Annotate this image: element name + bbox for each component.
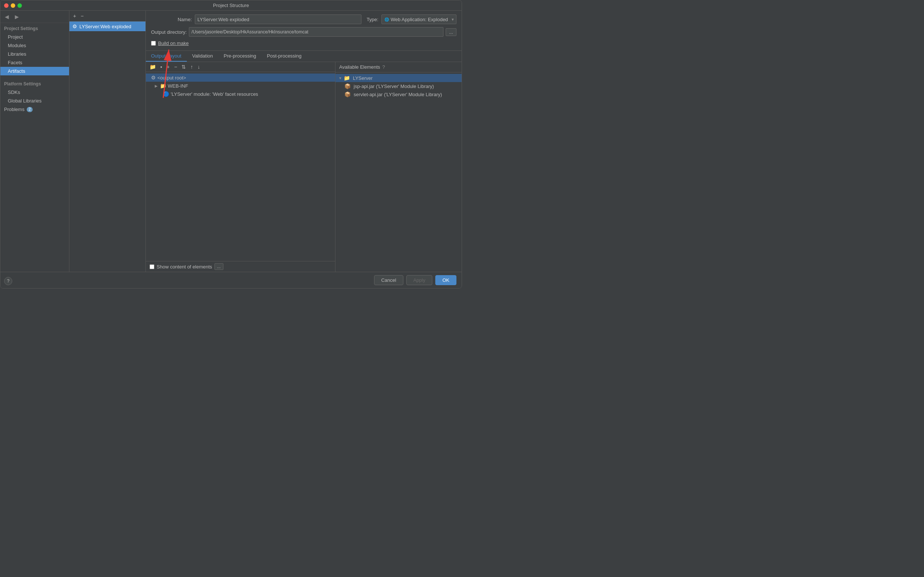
build-on-make-row: Build on make [151, 40, 456, 47]
available-help-icon[interactable]: ? [382, 64, 385, 70]
name-type-row: Name: Type: 🌐 Web Application: Exploded … [151, 15, 456, 24]
sidebar-item-project[interactable]: Project [0, 33, 69, 41]
problems-label: Problems [4, 106, 24, 112]
right-available: Available Elements ? ▼ 📁 LYServer 📦 [336, 62, 462, 272]
avail-node-servlet-api[interactable]: 📦 servlet-api.jar ('LYServer' Module Lib… [336, 90, 462, 98]
type-dropdown-icon: ▼ [451, 18, 455, 21]
type-label: Type: [366, 17, 379, 22]
show-content-checkbox[interactable] [149, 264, 154, 269]
sidebar-item-facets[interactable]: Facets [0, 58, 69, 67]
dialog-footer: ? Cancel Apply OK [0, 272, 462, 288]
minimize-button[interactable] [11, 3, 15, 8]
window-controls [4, 3, 22, 8]
tree-sort-btn[interactable]: ⇅ [180, 63, 187, 71]
help-button[interactable]: ? [4, 277, 12, 285]
tree-down-btn[interactable]: ↓ [196, 63, 201, 71]
output-dir-row: Output directory: ... [151, 27, 456, 37]
name-section: Name: [151, 15, 362, 24]
sidebar-item-libraries[interactable]: Libraries [0, 50, 69, 58]
output-root-label: <output root> [157, 75, 186, 81]
tab-pre-processing[interactable]: Pre-processing [219, 51, 262, 62]
build-on-make-label: Build on make [158, 40, 188, 46]
close-button[interactable] [4, 3, 8, 8]
tree-node-module-resources[interactable]: 🔵 'LYServer' module: 'Web' facet resourc… [146, 90, 335, 98]
sidebar-item-artifacts[interactable]: Artifacts [0, 67, 69, 76]
sidebar-item-modules[interactable]: Modules [0, 41, 69, 50]
output-dir-input[interactable] [189, 27, 444, 37]
tree-node-web-inf[interactable]: ▶ 📁 WEB-INF [146, 82, 335, 90]
tabs-row: Output Layout Validation Pre-processing … [146, 51, 462, 62]
output-dir-label: Output directory: [151, 29, 186, 35]
servlet-api-label: servlet-api.jar ('LYServer' Module Libra… [354, 92, 442, 97]
tree-content: ⚙ <output root> ▶ 📁 WEB-INF 🔵 [146, 72, 335, 261]
tab-output-layout[interactable]: Output Layout [146, 51, 187, 62]
bottom-ellipsis-btn[interactable]: ... [214, 263, 223, 270]
sidebar-item-problems[interactable]: Problems 2 [0, 105, 69, 114]
artifact-list-toolbar: + − [69, 11, 145, 21]
artifact-item-icon: ⚙ [72, 23, 77, 29]
type-section: Type: 🌐 Web Application: Exploded ▼ [366, 15, 456, 24]
main-content: ◀ ▶ Project Settings Project Modules Lib… [0, 11, 462, 272]
name-label: Name: [151, 17, 192, 22]
problems-badge: 2 [27, 107, 33, 112]
detail-panel: Name: Type: 🌐 Web Application: Exploded … [146, 11, 462, 272]
content-row: + − ⚙ LYServer:Web exploded Name: [69, 11, 462, 272]
servlet-api-icon: 📦 [344, 91, 351, 97]
web-inf-icon: 📁 [160, 83, 166, 89]
detail-top: Name: Type: 🌐 Web Application: Exploded … [146, 11, 462, 51]
avail-node-lyserver[interactable]: ▼ 📁 LYServer [336, 74, 462, 82]
browse-button[interactable]: ... [446, 28, 456, 36]
tab-validation[interactable]: Validation [187, 51, 219, 62]
available-header: Available Elements ? [336, 62, 462, 73]
jsp-api-icon: 📦 [344, 83, 351, 89]
build-on-make-checkbox[interactable] [151, 41, 156, 46]
tree-area: 📁 ▪ + − ⇅ ↑ ↓ ⚙ <output r [146, 62, 462, 272]
sidebar-item-sdks[interactable]: SDKs [0, 88, 69, 97]
tree-add-folder-btn[interactable]: 📁 [148, 63, 157, 71]
avail-node-jsp-api[interactable]: 📦 jsp-api.jar ('LYServer' Module Library… [336, 82, 462, 90]
nav-back-icon[interactable]: ◀ [3, 13, 10, 21]
lyserver-label: LYServer [353, 76, 373, 81]
nav-arrows: ◀ ▶ [0, 11, 69, 23]
name-input[interactable] [195, 15, 362, 24]
nav-forward-icon[interactable]: ▶ [13, 13, 21, 21]
bottom-bar: Show content of elements ... [146, 261, 335, 272]
lyserver-folder-icon: 📁 [344, 75, 350, 81]
tree-toolbar: 📁 ▪ + − ⇅ ↑ ↓ [146, 62, 335, 72]
remove-artifact-button[interactable]: − [79, 12, 85, 20]
available-title: Available Elements [339, 64, 380, 70]
window-title: Project Structure [213, 3, 249, 8]
jsp-api-label: jsp-api.jar ('LYServer' Module Library) [354, 84, 434, 89]
artifact-item[interactable]: ⚙ LYServer:Web exploded [69, 21, 145, 31]
show-content-label: Show content of elements [157, 264, 212, 269]
module-resources-icon: 🔵 [163, 91, 169, 97]
maximize-button[interactable] [18, 3, 22, 8]
artifact-list-panel: + − ⚙ LYServer:Web exploded [69, 11, 146, 272]
output-root-icon: ⚙ [151, 75, 156, 81]
webapp-icon: 🌐 [384, 17, 389, 22]
tree-up-btn[interactable]: ↑ [189, 63, 194, 71]
ok-button[interactable]: OK [435, 275, 456, 285]
type-value: Web Application: Exploded [391, 17, 448, 22]
available-content: ▼ 📁 LYServer 📦 jsp-api.jar ('LYServer' M… [336, 73, 462, 272]
platform-settings-label: Platform Settings [0, 78, 69, 88]
lyserver-expand-icon: ▼ [338, 76, 342, 80]
tree-add-jar-btn[interactable]: ▪ [159, 63, 164, 71]
project-structure-window: Project Structure ◀ ▶ Project Settings P… [0, 0, 462, 288]
apply-button[interactable]: Apply [407, 275, 433, 285]
title-bar: Project Structure [0, 0, 462, 11]
bottom-left-help: ? [4, 277, 12, 285]
add-artifact-button[interactable]: + [72, 12, 77, 20]
sidebar-item-global-libraries[interactable]: Global Libraries [0, 97, 69, 105]
type-select[interactable]: 🌐 Web Application: Exploded ▼ [381, 15, 456, 24]
tree-node-output-root[interactable]: ⚙ <output root> [146, 74, 335, 82]
project-settings-label: Project Settings [0, 23, 69, 33]
tree-add-btn[interactable]: + [165, 63, 171, 71]
web-inf-expand-icon: ▶ [155, 84, 158, 88]
sidebar: ◀ ▶ Project Settings Project Modules Lib… [0, 11, 69, 272]
left-tree: 📁 ▪ + − ⇅ ↑ ↓ ⚙ <output r [146, 62, 336, 272]
cancel-button[interactable]: Cancel [374, 275, 403, 285]
artifact-item-label: LYServer:Web exploded [79, 24, 131, 29]
tree-remove-btn[interactable]: − [172, 63, 178, 71]
tab-post-processing[interactable]: Post-processing [262, 51, 307, 62]
